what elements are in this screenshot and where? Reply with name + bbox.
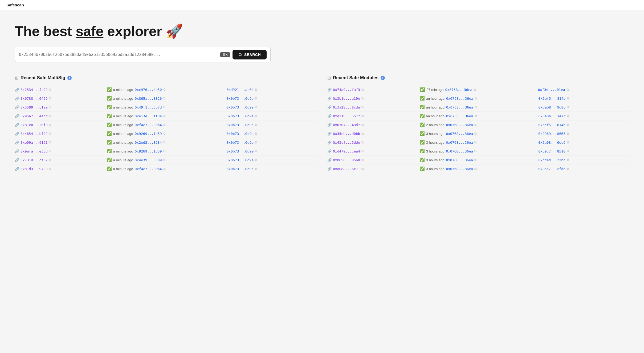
- copy-icon-2[interactable]: ⧉: [163, 141, 166, 144]
- copy-icon-1[interactable]: ⧉: [49, 141, 51, 144]
- copy-icon-1[interactable]: ⧉: [361, 97, 364, 100]
- copy-icon-2[interactable]: ⧉: [474, 88, 476, 91]
- copy-icon-3[interactable]: ⧉: [567, 141, 569, 144]
- address-link-2[interactable]: 0x9269...1d59: [135, 132, 162, 136]
- address-link-1[interactable]: 0x3589...c1ae: [21, 105, 48, 109]
- copy-icon-2[interactable]: ⧉: [475, 105, 477, 109]
- copy-icon-1[interactable]: ⧉: [49, 114, 51, 118]
- address-link-1[interactable]: 0x0307...43d7: [333, 123, 360, 127]
- address-link-2[interactable]: 0x0768...36ea: [446, 105, 473, 109]
- address-link-2[interactable]: 0xf4c7...80b4: [135, 167, 162, 171]
- address-link-3[interactable]: 0xd921...ac04: [226, 88, 254, 92]
- address-link-1[interactable]: 0x9afa...e35d: [21, 149, 48, 153]
- address-link-1[interactable]: 0x2534...fc92: [21, 88, 48, 92]
- address-link-1[interactable]: 0x4654...bf92: [21, 132, 48, 136]
- copy-icon-2[interactable]: ⧉: [163, 132, 166, 135]
- address-link-3[interactable]: 0xf3de...01ea: [538, 88, 565, 92]
- address-link-1[interactable]: 0x35eb...d0bb: [333, 132, 360, 136]
- copy-icon-1[interactable]: ⧉: [49, 158, 51, 162]
- copy-icon-1[interactable]: ⧉: [361, 167, 364, 171]
- copy-icon-2[interactable]: ⧉: [474, 123, 477, 127]
- search-input[interactable]: [19, 52, 218, 57]
- copy-icon-1[interactable]: ⧉: [49, 88, 51, 91]
- address-link-3[interactable]: 0x0b73...0d9e: [226, 97, 254, 101]
- copy-icon-1[interactable]: ⧉: [49, 132, 51, 135]
- copy-icon-3[interactable]: ⧉: [567, 97, 569, 100]
- copy-icon-3[interactable]: ⧉: [255, 167, 257, 171]
- address-link-3[interactable]: 0x8a3b...147c: [538, 114, 565, 118]
- copy-icon-2[interactable]: ⧉: [163, 88, 166, 91]
- address-link-3[interactable]: 0x0b73...0d9e: [226, 158, 254, 162]
- copy-icon-2[interactable]: ⧉: [163, 123, 166, 127]
- copy-icon-3[interactable]: ⧉: [566, 88, 569, 91]
- copy-icon-1[interactable]: ⧉: [361, 141, 364, 144]
- address-link-3[interactable]: 0x0b73...0d9e: [226, 123, 254, 127]
- copy-icon-1[interactable]: ⧉: [361, 123, 364, 127]
- address-link-1[interactable]: 0xa088...6c71: [333, 167, 360, 171]
- address-link-2[interactable]: 0x0768...36ea: [446, 149, 473, 153]
- address-link-1[interactable]: 0x3a28...8cda: [333, 105, 360, 109]
- address-link-3[interactable]: 0x5a08...6ec6: [538, 141, 565, 145]
- address-link-2[interactable]: 0x9269...1d59: [135, 149, 162, 153]
- copy-icon-3[interactable]: ⧉: [567, 149, 569, 153]
- copy-icon-2[interactable]: ⧉: [475, 97, 477, 100]
- copy-icon-3[interactable]: ⧉: [567, 123, 569, 127]
- address-link-1[interactable]: 0x31d3...9789: [21, 167, 48, 171]
- copy-icon-1[interactable]: ⧉: [49, 123, 51, 127]
- copy-icon-3[interactable]: ⧉: [567, 105, 569, 109]
- address-link-3[interactable]: 0xdab8...9d8b: [538, 105, 565, 109]
- address-link-1[interactable]: 0x81c0...20f9: [21, 123, 48, 127]
- copy-icon-3[interactable]: ⧉: [255, 158, 257, 162]
- address-link-3[interactable]: 0x0b73...0d9e: [226, 141, 254, 145]
- address-link-1[interactable]: 0xd479...cea4: [333, 149, 360, 153]
- address-link-2[interactable]: 0x0768...36ea: [446, 123, 473, 127]
- copy-icon-3[interactable]: ⧉: [255, 97, 257, 100]
- address-link-1[interactable]: 0x731d...cf52: [21, 158, 48, 162]
- copy-icon-1[interactable]: ⧉: [361, 149, 364, 153]
- address-link-1[interactable]: 0x3b1b...a19e: [333, 97, 360, 101]
- address-link-1[interactable]: 0xb650...8560: [333, 158, 360, 162]
- address-link-3[interactable]: 0x0b73...0d9e: [226, 105, 254, 109]
- address-link-1[interactable]: 0x43cf...5dde: [333, 141, 360, 145]
- search-button[interactable]: SEARCH: [233, 50, 267, 59]
- address-link-3[interactable]: 0xc9c7...8510: [538, 149, 565, 153]
- copy-icon-2[interactable]: ⧉: [163, 158, 166, 162]
- multisig-info-icon[interactable]: i: [67, 76, 72, 80]
- address-link-1[interactable]: 0x74a9...faf3: [333, 88, 360, 92]
- copy-icon-3[interactable]: ⧉: [255, 105, 257, 109]
- address-link-3[interactable]: 0x0b73...0d9e: [226, 149, 254, 153]
- address-link-3[interactable]: 0x8557...cfd6: [538, 167, 565, 171]
- copy-icon-1[interactable]: ⧉: [49, 97, 51, 100]
- copy-icon-3[interactable]: ⧉: [567, 158, 569, 162]
- copy-icon-2[interactable]: ⧉: [475, 114, 477, 118]
- address-link-2[interactable]: 0x0768...36ea: [446, 158, 473, 162]
- copy-icon-3[interactable]: ⧉: [567, 132, 569, 135]
- copy-icon-2[interactable]: ⧉: [163, 114, 166, 118]
- address-link-3[interactable]: 0x5ef5...814b: [538, 123, 565, 127]
- address-link-2[interactable]: 0x49f1...5b7d: [135, 105, 162, 109]
- address-link-2[interactable]: 0x0768...36ea: [446, 141, 473, 145]
- copy-icon-2[interactable]: ⧉: [163, 167, 166, 171]
- copy-icon-1[interactable]: ⧉: [361, 105, 364, 109]
- address-link-1[interactable]: 0x95a7...4ecd: [21, 114, 48, 118]
- address-link-2[interactable]: 0xc976...4b50: [135, 88, 162, 92]
- copy-icon-2[interactable]: ⧉: [163, 105, 166, 109]
- address-link-2[interactable]: 0x4e39...3009: [135, 158, 162, 162]
- copy-icon-3[interactable]: ⧉: [255, 114, 257, 118]
- address-link-2[interactable]: 0x0768...36ea: [446, 97, 473, 101]
- address-link-3[interactable]: 0x0b73...0d9e: [226, 167, 254, 171]
- copy-icon-2[interactable]: ⧉: [474, 158, 477, 162]
- address-link-2[interactable]: 0xf4c7...80b4: [135, 123, 162, 127]
- address-link-2[interactable]: 0x0768...36ea: [446, 114, 473, 118]
- address-link-2[interactable]: 0x0768...36ea: [446, 132, 473, 136]
- copy-icon-1[interactable]: ⧉: [361, 132, 364, 135]
- copy-icon-3[interactable]: ⧉: [255, 141, 257, 144]
- copy-icon-1[interactable]: ⧉: [361, 158, 364, 162]
- address-link-2[interactable]: 0xe13e...ff3e: [135, 114, 162, 118]
- address-link-3[interactable]: 0x9969...8663: [538, 132, 565, 136]
- modules-info-icon[interactable]: i: [381, 76, 385, 80]
- copy-icon-2[interactable]: ⧉: [474, 149, 477, 153]
- address-link-1[interactable]: 0x0788...0439: [21, 97, 48, 101]
- address-link-3[interactable]: 0xcd4d...22bd: [538, 158, 565, 162]
- copy-icon-2[interactable]: ⧉: [474, 141, 477, 144]
